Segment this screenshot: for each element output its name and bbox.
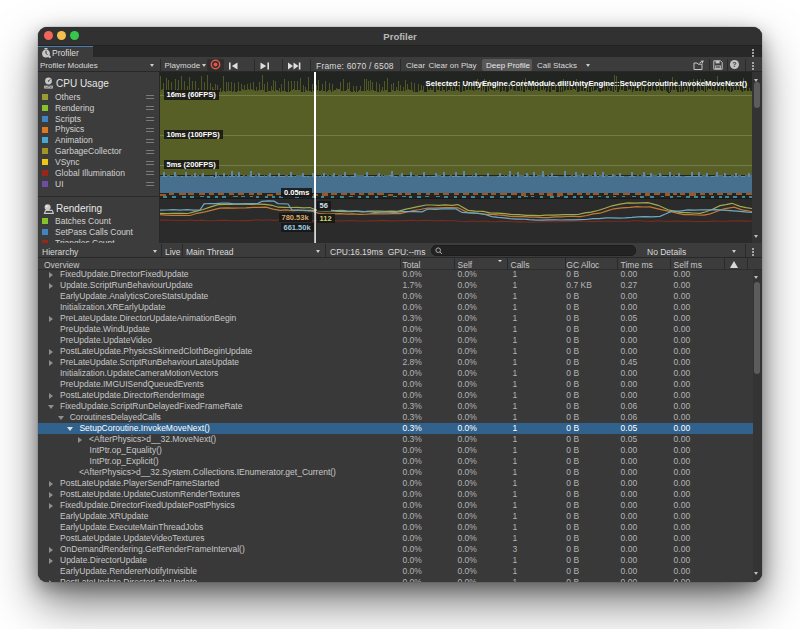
svg-text:CPU: CPU — [45, 85, 52, 89]
